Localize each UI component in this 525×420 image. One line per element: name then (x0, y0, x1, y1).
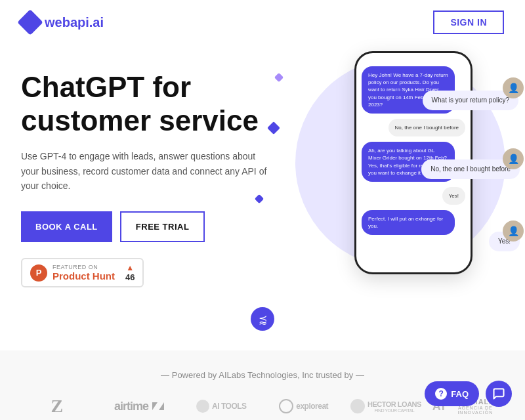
navbar: webapi.ai SIGN IN (0, 0, 525, 45)
logo-text: webapi.ai (45, 15, 104, 30)
logo-exploreat: exploreat (268, 399, 339, 413)
scroll-indicator: ⪷ (0, 294, 525, 350)
product-hunt-badge[interactable]: P FEATURED ON Product Hunt ▲ 46 (21, 258, 144, 287)
sign-in-button[interactable]: SIGN IN (433, 10, 504, 34)
hero-subtitle: Use GPT-4 to engage with leads, answer q… (21, 149, 270, 193)
logo-diamond-icon (17, 9, 43, 35)
airtime-icon (152, 402, 164, 410)
float-avatar-user2: 👤 (503, 148, 524, 169)
diamond-accent-icon (274, 73, 284, 82)
book-call-button[interactable]: BOOK A CALL (21, 211, 112, 242)
diamond-accent-icon (267, 121, 280, 135)
free-trial-button[interactable]: FREE TRIAL (120, 211, 205, 242)
trusted-label: — Powered by AILabs Technologies, Inc tr… (21, 370, 504, 380)
logo[interactable]: webapi.ai (21, 13, 104, 32)
product-hunt-logo-icon: P (30, 264, 47, 282)
floating-buttons: ? FAQ (425, 381, 512, 407)
faq-icon: ? (435, 388, 447, 400)
diamond-accent-icon (255, 194, 264, 203)
product-hunt-upvote: ▲ 46 (125, 263, 135, 282)
logo-aitools: AI TOOLS (186, 400, 257, 413)
phone-screen: Hey John! We have a 7-day return policy … (356, 53, 471, 240)
chat-icon (492, 387, 505, 400)
chat-bubble-bot-3: Perfect. I will put an exhange for you. (362, 210, 455, 235)
chat-bubble-user-3: Yes! (442, 187, 465, 205)
scroll-down-button[interactable]: ⪷ (251, 307, 274, 331)
faq-button[interactable]: ? FAQ (425, 381, 479, 406)
logo-z: Z (21, 396, 93, 417)
chat-button[interactable] (486, 381, 512, 407)
chat-bubble-user-2: No, the one I bought before (388, 119, 465, 136)
float-avatar-user1: 👤 (503, 77, 524, 98)
logo-airtime: airtime (103, 400, 175, 413)
hero-chat-visual: Hey John! We have a 7-day return policy … (249, 45, 525, 294)
product-hunt-text: FEATURED ON Product Hunt (52, 264, 115, 282)
hero-section: ChatGPT for customer service Use GPT-4 t… (0, 45, 525, 294)
float-avatar-user3: 👤 (503, 220, 524, 242)
logo-hectorloans: HECTOR LOANSFIND YOUR CAPITAL (350, 399, 421, 413)
